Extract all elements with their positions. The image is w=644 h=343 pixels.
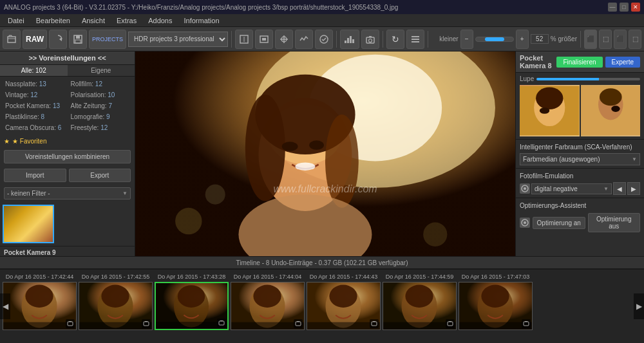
farbraum-dropdown[interactable]: Farbmedian (ausgewogen) ▼	[520, 153, 640, 165]
timeline-scroll-left[interactable]: ◀	[0, 293, 10, 319]
svg-rect-90	[449, 321, 451, 322]
svg-point-39	[536, 87, 563, 109]
refresh-button[interactable]: ↻	[386, 30, 404, 49]
timeline-item-image	[3, 282, 77, 330]
title-text: ANALOG projects 3 (64-Bit) - V3.21.02375…	[4, 4, 398, 11]
zoom-value-input[interactable]	[531, 34, 549, 44]
fotofilm-next-button[interactable]: ▶	[627, 182, 640, 195]
main-canvas[interactable]: www.fullcrackindir.com	[135, 51, 515, 256]
svg-point-94	[481, 284, 509, 307]
timeline-item-label: Do Apr 16 2015 - 17:47:03	[459, 273, 533, 281]
svg-rect-82	[372, 322, 377, 326]
open-button[interactable]	[3, 30, 21, 49]
svg-point-46	[524, 187, 526, 190]
svg-point-35	[205, 185, 225, 205]
menu-item-addons[interactable]: Addons	[143, 15, 177, 26]
view-btn-3[interactable]: ⬛	[614, 30, 627, 49]
toolbar-btn-2[interactable]	[235, 30, 253, 49]
timeline-item[interactable]: Do Apr 16 2015 - 17:42:44	[3, 273, 77, 330]
preset-rollfilm[interactable]: Rollfilm: 12	[68, 79, 133, 89]
bars-button[interactable]	[406, 30, 424, 49]
zoom-section: kleiner − + % größer	[439, 30, 577, 49]
presets-grid: Nassplatte: 13 Rollfilm: 12 Vintage: 12 …	[0, 77, 135, 135]
optimierung-aus-button[interactable]: Optimierung aus	[588, 213, 641, 232]
menu-item-information[interactable]: Information	[178, 15, 224, 26]
toolbar-btn-6[interactable]	[315, 30, 333, 49]
preset-freestyle[interactable]: Freestyle: 12	[68, 123, 133, 133]
thumbnail-image[interactable]	[3, 205, 54, 243]
save-button[interactable]	[69, 30, 87, 49]
zoom-in-button[interactable]: +	[516, 30, 529, 49]
optimierung-an-button[interactable]: Optimierung an	[533, 217, 585, 229]
preset-polarisation[interactable]: Polarisation: 10	[68, 90, 133, 100]
zoom-out-button[interactable]: −	[460, 30, 473, 49]
maximize-button[interactable]: □	[620, 3, 629, 12]
combine-presets-button[interactable]: Voreinstellungen kombinieren	[4, 150, 131, 163]
timeline-item[interactable]: Do Apr 16 2015 - 17:43:28	[155, 273, 229, 330]
tab-finalisieren[interactable]: Finalisieren	[556, 57, 602, 68]
svg-point-80	[329, 284, 357, 307]
view-btn-2[interactable]: ⬚	[599, 30, 612, 49]
view-btn-4[interactable]: ⬚	[629, 30, 641, 49]
farbraum-dropdown-arrow: ▼	[632, 156, 637, 162]
timeline-item[interactable]: Do Apr 16 2015 - 17:44:04	[231, 273, 305, 330]
svg-rect-75	[296, 322, 301, 326]
menu-item-extras[interactable]: Extras	[111, 15, 142, 26]
timeline-item-icon	[370, 319, 379, 328]
statusbar: Timeline - 8 Undo-Einträge - 0.37 GB (10…	[0, 256, 644, 269]
toolbar: RAW PROJECTS HDR projects 3 professional…	[0, 27, 644, 51]
menu-item-ansicht[interactable]: Ansicht	[77, 15, 110, 26]
preset-plastiklinse[interactable]: Plastiklinse: 8	[3, 112, 67, 122]
timeline-item[interactable]: Do Apr 16 2015 - 17:47:03	[459, 273, 533, 330]
preset-lomografie[interactable]: Lomografie: 9	[68, 112, 133, 122]
svg-point-30	[282, 142, 298, 151]
import-button[interactable]: Import	[4, 169, 66, 182]
optimierung-row: Optimierung an Optimierung aus	[520, 213, 640, 232]
timeline-scroll-right[interactable]: ▶	[634, 293, 644, 319]
tab-eigene[interactable]: Eigene	[68, 65, 135, 76]
camera-button[interactable]	[361, 30, 379, 49]
optimierung-icon	[520, 218, 530, 228]
zoom-bar[interactable]	[475, 37, 514, 42]
export-button[interactable]: Export	[69, 169, 131, 182]
timeline-item[interactable]: Do Apr 16 2015 - 17:44:43	[307, 273, 381, 330]
preset-vintage[interactable]: Vintage: 12	[3, 90, 67, 100]
fotofilm-prev-button[interactable]: ◀	[613, 182, 626, 195]
timeline-item[interactable]: Do Apr 16 2015 - 17:42:55	[79, 273, 153, 330]
tab-experte[interactable]: Experte	[605, 57, 640, 68]
farbraum-title: Intelligenter Farbraum (SCA-Verfahren)	[520, 144, 640, 151]
preset-pocket-kamera[interactable]: Pocket Kamera: 13	[3, 101, 67, 111]
preset-alte-zeitung[interactable]: Alte Zeitung: 7	[68, 101, 133, 111]
toolbar-btn-4[interactable]	[275, 30, 293, 49]
right-panel-title: Pocket Kamera 8	[520, 54, 556, 70]
timeline-item-icon	[522, 319, 531, 328]
raw-button[interactable]: RAW	[23, 30, 47, 49]
close-button[interactable]: ✕	[631, 3, 640, 12]
fotofilm-dropdown[interactable]: digital negative ▼	[531, 183, 612, 194]
svg-point-43	[599, 88, 621, 106]
menu-item-bearbeiten[interactable]: Bearbeiten	[31, 15, 75, 26]
menubar: DateiBearbeitenAnsichtExtrasAddonsInform…	[0, 14, 644, 27]
preset-camera-obscura[interactable]: Camera Obscura: 6	[3, 123, 67, 133]
minimize-button[interactable]: —	[608, 3, 617, 12]
histogram-button[interactable]	[340, 30, 359, 49]
lupe-slider[interactable]	[536, 78, 640, 80]
menu-item-datei[interactable]: Datei	[3, 15, 30, 26]
filter-dropdown[interactable]: - keinen Filter - ▼	[4, 187, 131, 199]
favorites-header: ★ ★ Favoriten	[0, 135, 135, 147]
rotate-button[interactable]	[49, 30, 67, 49]
main-image: www.fullcrackindir.com	[135, 51, 515, 256]
right-panel: Pocket Kamera 8 Finalisieren Experte Lup…	[515, 51, 644, 256]
view-btn-1[interactable]: ⬛	[584, 30, 597, 49]
timeline-item[interactable]: Do Apr 16 2015 - 17:44:59	[383, 273, 457, 330]
svg-point-32	[295, 162, 315, 170]
tab-alle[interactable]: Alle: 102	[0, 65, 68, 76]
hdr-dropdown[interactable]: HDR projects 3 professional	[128, 32, 228, 47]
toolbar-btn-3[interactable]	[255, 30, 273, 49]
toolbar-btn-5[interactable]	[295, 30, 313, 49]
thumbnail-item	[3, 205, 132, 243]
svg-rect-55	[69, 321, 71, 322]
projects-button[interactable]: PROJECTS	[89, 30, 126, 49]
thumbnail-area	[0, 202, 135, 246]
preset-nassplatte[interactable]: Nassplatte: 13	[3, 79, 67, 89]
